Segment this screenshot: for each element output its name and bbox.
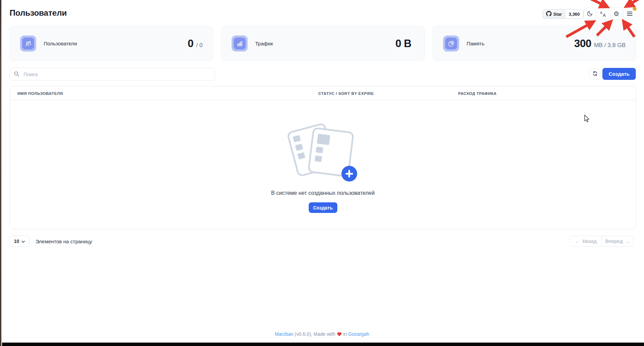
hamburger-icon [627,11,632,16]
stat-card-users: Пользователи 0 / 0 [10,26,213,61]
stat-label: Память [467,41,484,46]
footer: Marzban (v0.6.0), Made with in Gozargah [0,331,644,337]
gear-icon: ⚙ [613,11,619,17]
footer-location-link[interactable]: Gozargah [348,331,369,337]
pagination-controls: ← Назад Вперед → [570,236,634,247]
svg-text:A: A [603,13,606,17]
page-title: Пользователи [10,8,67,18]
arrow-left-icon: ← [575,239,580,244]
language-button[interactable]: я̆A [597,8,609,20]
notification-dot [633,7,636,11]
table-header-row: ИМЯ ПОЛЬЗОВАТЕЛЯ СТАТУС / SORT BY EXPIRE… [10,86,636,100]
users-table: ИМЯ ПОЛЬЗОВАТЕЛЯ СТАТУС / SORT BY EXPIRE… [10,86,636,229]
users-icon [20,35,36,52]
search-icon [14,71,19,78]
create-button[interactable]: Создать [602,68,636,80]
github-logo-icon [546,11,552,17]
stat-card-traffic: Трафик 0 B [221,26,425,61]
stat-value: 0 B [395,38,411,50]
heart-icon [337,331,343,337]
refresh-button[interactable] [589,69,600,80]
page-size-label: Элементов на страницу [35,235,92,247]
add-plus-icon [341,166,357,182]
refresh-icon [592,71,598,77]
page-size-select[interactable]: 10 [9,235,30,247]
moon-icon [587,11,593,17]
prev-page-button[interactable]: ← Назад [570,236,602,246]
empty-state-create-button[interactable]: Создать [309,202,337,213]
column-header-traffic[interactable]: РАСХОД ТРАФИКА [458,86,497,100]
footer-brand-link[interactable]: Marzban [275,331,293,337]
annotation-arrow [585,0,605,6]
stat-label: Трафик [255,41,273,46]
svg-text:я̆: я̆ [600,11,602,15]
stat-value: 300 [574,38,591,50]
stat-value-suffix: / 0 [196,42,203,49]
github-star-count[interactable]: 3,360 [565,10,583,18]
stat-value-suffix: MB / 3.8 GB [594,42,626,49]
github-star-widget[interactable]: Star 3,360 [543,9,584,19]
arrow-right-icon: → [626,239,630,244]
column-header-username[interactable]: ИМЯ ПОЛЬЗОВАТЕЛЯ [17,86,63,100]
empty-state-message: В системе нет созданных пользователей [10,190,636,196]
prev-page-label: Назад [583,239,597,244]
stat-value: 0 [188,38,193,50]
stat-card-memory: Память 300 MB / 3.8 GB [433,26,636,61]
github-star-button[interactable]: Star [543,10,565,18]
github-star-label: Star [553,12,562,17]
dark-mode-button[interactable] [584,8,596,20]
bottom-window-edge [2,343,644,346]
column-header-status-sort[interactable]: СТАТУС / SORT BY EXPIRE [318,86,374,100]
left-window-edge [0,0,1,346]
search-box [10,68,215,81]
traffic-icon [232,35,248,52]
next-page-button[interactable]: Вперед → [602,236,633,246]
footer-version-text: (v0.6.0), Made with [295,331,335,337]
empty-state-illustration [288,125,359,183]
footer-in-text: in [343,331,347,337]
chevron-down-icon [21,239,25,244]
translate-icon: я̆A [600,10,606,17]
annotation-arrow [628,0,644,5]
stat-label: Пользователи [44,41,77,46]
search-input[interactable] [10,68,215,81]
settings-button[interactable]: ⚙ [610,8,623,20]
memory-icon [443,35,459,52]
next-page-label: Вперед [605,239,623,244]
page-size-value: 10 [14,239,19,244]
